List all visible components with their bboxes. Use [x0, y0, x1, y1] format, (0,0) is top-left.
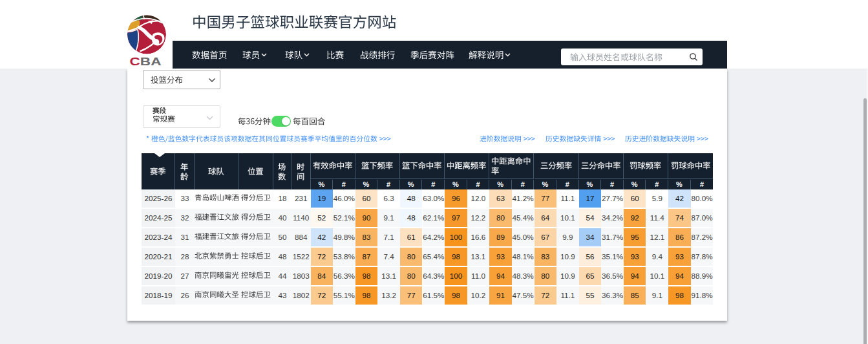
svg-text:CBA: CBA: [130, 56, 162, 67]
